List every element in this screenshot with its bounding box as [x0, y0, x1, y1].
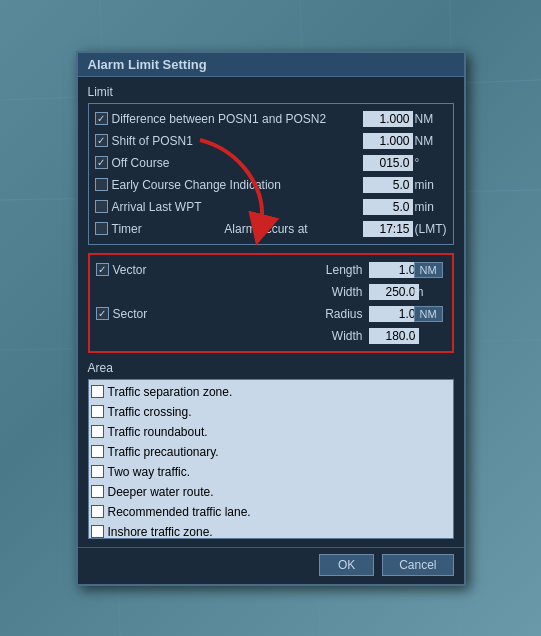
area-section: Area Traffic separation zone.Traffic cro… — [88, 361, 454, 539]
area-item-checkbox[interactable] — [91, 385, 104, 398]
sector-radius-unit-btn[interactable]: NM — [414, 306, 443, 322]
row-early-course: Early Course Change Indication 5.0 min — [95, 174, 447, 196]
shift-posn1-label: Shift of POSN1 — [95, 134, 358, 148]
area-item[interactable]: Two way traffic. — [91, 462, 451, 482]
row-vector-length: Vector Length 1.0 NM — [96, 259, 446, 281]
vector-length-unit-btn[interactable]: NM — [414, 262, 443, 278]
row-shift-posn1: Shift of POSN1 1.000 NM — [95, 130, 447, 152]
row-sector-radius: Sector Radius 1.0 NM — [96, 303, 446, 325]
vector-length-unit: NM — [414, 263, 446, 277]
sector-radius-label: Radius — [176, 307, 369, 321]
area-item-checkbox[interactable] — [91, 505, 104, 518]
timer-unit: (LMT) — [415, 222, 447, 236]
arrival-wpt-unit: min — [415, 200, 447, 214]
vector-width-unit: m — [414, 285, 446, 299]
sector-radius-input[interactable]: 1.0 — [369, 306, 419, 322]
early-course-unit: min — [415, 178, 447, 192]
row-posn-diff: Difference between POSN1 and POSN2 1.000… — [95, 108, 447, 130]
vector-sector-box: Vector Length 1.0 NM Width 250.0 m — [88, 253, 454, 353]
ok-button[interactable]: OK — [319, 554, 374, 576]
alarm-limit-dialog: Alarm Limit Setting Limit Difference bet… — [76, 51, 466, 586]
area-item-checkbox[interactable] — [91, 445, 104, 458]
dialog-footer: OK Cancel — [78, 547, 464, 584]
early-course-input[interactable]: 5.0 — [363, 177, 413, 193]
shift-posn1-value: 1.000 — [358, 133, 413, 149]
sector-radius-unit: NM — [414, 307, 446, 321]
off-course-checkbox[interactable] — [95, 156, 108, 169]
vector-width-value: 250.0 — [369, 284, 414, 300]
posn-diff-label: Difference between POSN1 and POSN2 — [95, 112, 358, 126]
dialog-title: Alarm Limit Setting — [78, 53, 464, 77]
sector-width-unit: ° — [414, 329, 446, 343]
area-item-label: Traffic precautionary. — [108, 445, 219, 459]
area-item-checkbox[interactable] — [91, 465, 104, 478]
area-item-label: Two way traffic. — [108, 465, 190, 479]
area-item-label: Traffic separation zone. — [108, 385, 233, 399]
sector-checkbox[interactable] — [96, 307, 109, 320]
sector-width-input[interactable]: 180.0 — [369, 328, 419, 344]
vector-length-input[interactable]: 1.0 — [369, 262, 419, 278]
row-vector-width: Width 250.0 m — [96, 281, 446, 303]
area-item[interactable]: Traffic separation zone. — [91, 382, 451, 402]
posn-diff-checkbox[interactable] — [95, 112, 108, 125]
vector-width-label: Width — [176, 285, 369, 299]
arrival-wpt-label: Arrival Last WPT — [95, 200, 358, 214]
arrival-wpt-value: 5.0 — [358, 199, 413, 215]
timer-input[interactable]: 17:15 — [363, 221, 413, 237]
off-course-value: 015.0 — [358, 155, 413, 171]
limit-section-label: Limit — [88, 85, 454, 99]
row-sector-width: Width 180.0 ° — [96, 325, 446, 347]
sector-width-value: 180.0 — [369, 328, 414, 344]
area-item[interactable]: Traffic precautionary. — [91, 442, 451, 462]
off-course-label: Off Course — [95, 156, 358, 170]
off-course-unit: ° — [415, 156, 447, 170]
posn-diff-input[interactable]: 1.000 — [363, 111, 413, 127]
arrival-wpt-checkbox[interactable] — [95, 200, 108, 213]
area-item-label: Deeper water route. — [108, 485, 214, 499]
timer-value: 17:15 — [358, 221, 413, 237]
area-item-label: Traffic crossing. — [108, 405, 192, 419]
area-item-label: Traffic roundabout. — [108, 425, 208, 439]
shift-posn1-input[interactable]: 1.000 — [363, 133, 413, 149]
posn-diff-value: 1.000 — [358, 111, 413, 127]
vector-checkbox[interactable] — [96, 263, 109, 276]
shift-posn1-unit: NM — [415, 134, 447, 148]
area-section-label: Area — [88, 361, 454, 375]
area-item-label: Recommended traffic lane. — [108, 505, 251, 519]
sector-width-label: Width — [176, 329, 369, 343]
area-item[interactable]: Inshore traffic zone. — [91, 522, 451, 539]
limit-box: Difference between POSN1 and POSN2 1.000… — [88, 103, 454, 245]
vector-label: Vector — [96, 263, 176, 277]
alarm-occurs-label: Alarm occurs at — [175, 222, 358, 236]
area-item-checkbox[interactable] — [91, 425, 104, 438]
row-timer: Timer Alarm occurs at 17:15 (LMT) — [95, 218, 447, 240]
sector-radius-value: 1.0 — [369, 306, 414, 322]
shift-posn1-checkbox[interactable] — [95, 134, 108, 147]
area-item[interactable]: Deeper water route. — [91, 482, 451, 502]
sector-label: Sector — [96, 307, 176, 321]
row-off-course: Off Course 015.0 ° — [95, 152, 447, 174]
dialog-body: Limit Difference between POSN1 and POSN2… — [78, 77, 464, 547]
area-list[interactable]: Traffic separation zone.Traffic crossing… — [88, 379, 454, 539]
early-course-value: 5.0 — [358, 177, 413, 193]
off-course-input[interactable]: 015.0 — [363, 155, 413, 171]
area-item[interactable]: Traffic crossing. — [91, 402, 451, 422]
timer-checkbox[interactable] — [95, 222, 108, 235]
early-course-checkbox[interactable] — [95, 178, 108, 191]
cancel-button[interactable]: Cancel — [382, 554, 453, 576]
vector-length-value: 1.0 — [369, 262, 414, 278]
area-item-label: Inshore traffic zone. — [108, 525, 213, 539]
vector-length-label: Length — [176, 263, 369, 277]
area-item[interactable]: Traffic roundabout. — [91, 422, 451, 442]
area-item[interactable]: Recommended traffic lane. — [91, 502, 451, 522]
row-arrival-wpt: Arrival Last WPT 5.0 min — [95, 196, 447, 218]
arrival-wpt-input[interactable]: 5.0 — [363, 199, 413, 215]
timer-label: Timer — [95, 222, 175, 236]
vector-width-input[interactable]: 250.0 — [369, 284, 419, 300]
area-item-checkbox[interactable] — [91, 525, 104, 538]
early-course-label: Early Course Change Indication — [95, 178, 358, 192]
area-item-checkbox[interactable] — [91, 405, 104, 418]
area-item-checkbox[interactable] — [91, 485, 104, 498]
posn-diff-unit: NM — [415, 112, 447, 126]
